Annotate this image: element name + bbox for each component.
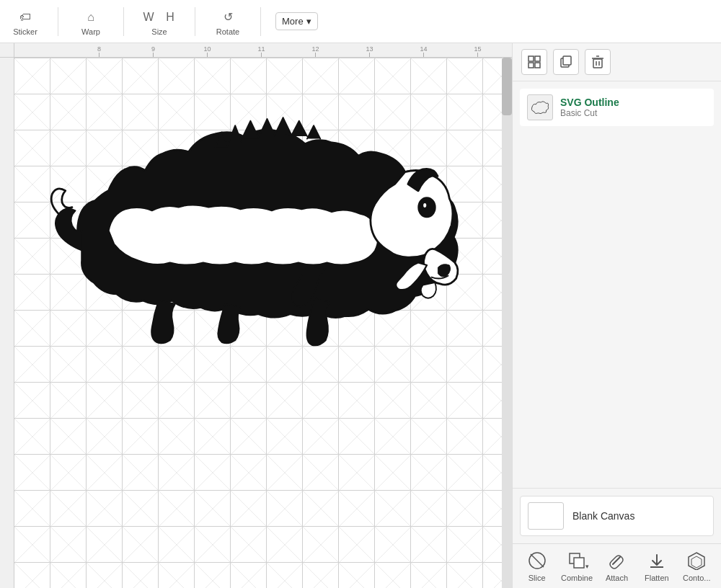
divider-4	[260, 7, 261, 36]
svg-rect-14	[574, 558, 584, 568]
slice-icon	[526, 550, 548, 571]
svg-rect-2	[528, 63, 534, 68]
grid-canvas[interactable]	[14, 58, 502, 588]
ruler-tick-8: 8	[72, 45, 126, 57]
more-arrow: ▾	[306, 16, 311, 27]
ruler-top: 8 9 10 11 12 13	[14, 43, 512, 58]
contour-icon	[686, 550, 707, 571]
height-icon: H	[160, 7, 180, 27]
svg-rect-0	[528, 56, 534, 61]
duplicate-layer-button[interactable]	[553, 49, 579, 75]
layer-spacer	[513, 292, 721, 488]
divider-3	[195, 7, 195, 36]
layer-list: SVG Outline Basic Cut	[513, 81, 721, 292]
combine-icon: ▾	[566, 550, 588, 571]
scrollbar-thumb[interactable]	[502, 58, 512, 115]
delete-layer-button[interactable]	[585, 49, 611, 75]
width-icon: W	[138, 7, 159, 27]
layer-item[interactable]: SVG Outline Basic Cut	[520, 89, 714, 126]
ruler-tick-15: 15	[451, 45, 505, 57]
layer-type: Basic Cut	[560, 108, 619, 118]
combine-tool[interactable]: ▾ Combine	[559, 550, 595, 582]
blank-canvas-item[interactable]: Blank Canvas	[520, 496, 714, 536]
add-layer-button[interactable]	[521, 49, 547, 75]
rotate-tool[interactable]: ↺ Rotate	[210, 7, 246, 36]
rotate-label: Rotate	[216, 27, 239, 36]
flatten-icon	[646, 550, 668, 571]
hog-svg	[29, 94, 461, 368]
sticker-tool[interactable]: 🏷 Sticker	[7, 7, 43, 36]
more-label: More	[282, 16, 304, 27]
blank-canvas-label: Blank Canvas	[572, 510, 634, 522]
svg-rect-5	[563, 56, 571, 65]
slice-label: Slice	[528, 574, 546, 582]
size-tool: W H Size	[138, 7, 180, 36]
ruler-corner	[0, 43, 14, 58]
svg-line-12	[531, 554, 544, 567]
layer-name: SVG Outline	[560, 97, 619, 108]
bottom-toolbar: Slice ▾ Combine Attach Flatten C	[513, 543, 721, 588]
sticker-label: Sticker	[13, 27, 37, 36]
warp-tool[interactable]: ⌂ Warp	[73, 7, 109, 36]
svg-point-19	[423, 202, 428, 208]
top-toolbar: 🏷 Sticker ⌂ Warp W H Size ↺ Rotate More …	[0, 0, 721, 43]
warp-icon: ⌂	[81, 7, 101, 27]
warp-label: Warp	[81, 27, 100, 36]
divider-2	[123, 7, 124, 36]
layer-info: SVG Outline Basic Cut	[560, 97, 619, 118]
sticker-icon: 🏷	[15, 7, 35, 27]
canvas-area: 8 9 10 11 12 13	[0, 43, 512, 588]
ruler-left	[0, 58, 14, 588]
ruler-tick-11: 11	[234, 45, 288, 57]
ruler-tick-10: 10	[180, 45, 234, 57]
svg-marker-16	[689, 553, 704, 570]
contour-label: Conto...	[683, 574, 711, 582]
svg-rect-3	[535, 63, 540, 68]
more-button[interactable]: More ▾	[275, 12, 318, 30]
right-panel: Layers Color Sync ✕ SVG Outline	[512, 0, 721, 588]
flatten-tool[interactable]: Flatten	[639, 550, 675, 582]
attach-tool[interactable]: Attach	[598, 550, 634, 582]
attach-label: Attach	[606, 574, 628, 582]
divider-1	[58, 7, 58, 36]
combine-arrow-icon: ▾	[585, 563, 589, 570]
slice-tool[interactable]: Slice	[519, 550, 555, 582]
ruler-tick-12: 12	[288, 45, 342, 57]
contour-tool[interactable]: Conto...	[678, 550, 715, 582]
size-label: Size	[151, 27, 167, 36]
scrollbar-right[interactable]	[502, 58, 512, 588]
ruler-tick-13: 13	[342, 45, 397, 57]
blank-canvas-area: Blank Canvas	[513, 488, 721, 543]
svg-marker-17	[691, 556, 702, 568]
ruler-tick-14: 14	[397, 45, 451, 57]
blank-canvas-thumbnail	[528, 502, 564, 530]
svg-rect-6	[593, 59, 602, 68]
attach-icon	[606, 550, 627, 571]
flatten-label: Flatten	[645, 574, 669, 582]
layer-thumbnail	[527, 94, 553, 120]
layer-icons-bar	[513, 43, 721, 81]
combine-label: Combine	[561, 574, 593, 582]
rotate-icon: ↺	[218, 7, 238, 27]
svg-rect-1	[535, 56, 540, 61]
hog-image	[29, 94, 461, 368]
ruler-tick-9: 9	[126, 45, 180, 57]
